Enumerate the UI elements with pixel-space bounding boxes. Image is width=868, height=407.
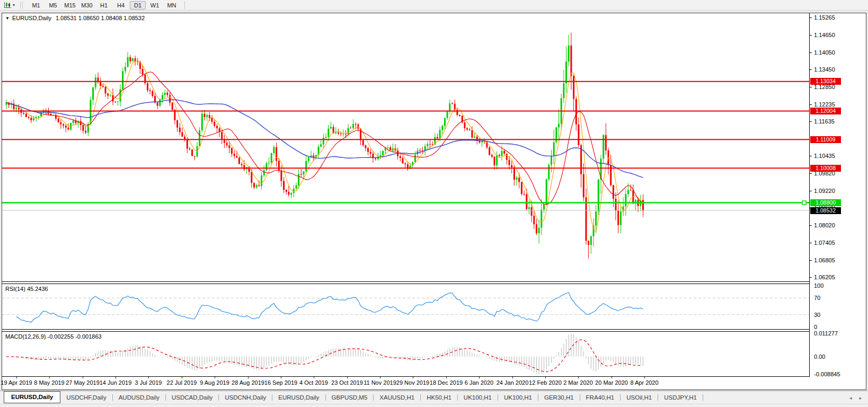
price-level-badge: 1.13034	[810, 78, 841, 85]
price-axis-label: 1.06805	[814, 257, 835, 263]
price-tick	[810, 243, 812, 243]
chart-tab-hk50-h1[interactable]: HK50,H1	[421, 391, 457, 404]
timeframe-button-h4[interactable]: H4	[113, 1, 129, 10]
price-tick	[810, 17, 812, 18]
chart-tab-usdchf-daily[interactable]: USDCHF,Daily	[60, 391, 112, 404]
price-axis-label: 1.14050	[814, 49, 835, 56]
chart-tab-uk100-h1[interactable]: UK100,H1	[498, 391, 538, 404]
date-tick	[347, 377, 348, 378]
date-tick	[545, 377, 546, 378]
tab-divider	[703, 394, 703, 401]
price-axis[interactable]: 1.152651.146501.140501.134501.128501.122…	[810, 13, 866, 377]
tabs-scroll-right-icon[interactable]: ▸	[859, 395, 862, 401]
price-tick	[810, 87, 812, 87]
date-tick	[49, 377, 50, 378]
top-toolbar: ▾ M1M5M15M30H1H4D1W1MN	[0, 0, 868, 11]
price-axis-label: 1.10435	[814, 153, 835, 159]
date-tick	[83, 377, 83, 378]
date-tick	[578, 377, 579, 378]
date-tick	[446, 377, 447, 378]
chart-tab-bar: EURUSD,DailyUSDCHF,DailyAUDUSD,DailyUSDC…	[0, 391, 868, 404]
rsi-pane-canvas[interactable]	[2, 284, 809, 329]
date-tick	[215, 377, 215, 378]
chart-ohlc-values: 1.08531 1.08650 1.08408 1.08532	[56, 15, 145, 21]
macd-axis-label: 0.011277	[814, 330, 838, 337]
price-tick	[810, 52, 812, 53]
chart-tab-gbpusd-m5[interactable]: GBPUSD,M5	[326, 391, 374, 404]
rsi-axis-label: 100	[814, 282, 823, 289]
date-tick	[16, 377, 17, 378]
timeframe-button-m5[interactable]: M5	[45, 1, 61, 10]
date-axis[interactable]: 19 Apr 20198 May 201927 May 201914 Jun 2…	[2, 377, 809, 390]
chart-tab-xauusd-h1[interactable]: XAUUSD,H1	[374, 391, 420, 404]
chart-tab-usdjpy-h1[interactable]: USDJPY,H1	[658, 391, 703, 404]
price-level-badge: 1.08532	[810, 207, 841, 214]
chart-tab-audusd-daily[interactable]: AUDUSD,Daily	[113, 391, 165, 404]
rsi-axis-label: 30	[814, 312, 820, 318]
date-tick	[248, 377, 249, 378]
price-tick	[810, 69, 812, 70]
rsi-axis-label: 0	[814, 324, 817, 330]
price-axis-label: 1.09220	[814, 188, 835, 194]
price-level-badge: 1.11009	[810, 136, 841, 143]
chart-type-button[interactable]: ▾	[2, 1, 16, 10]
chart-title: ▼ EURUSD,Daily 1.08531 1.08650 1.08408 1…	[5, 15, 145, 21]
chart-collapse-icon[interactable]: ▼	[5, 16, 10, 21]
toolbar-grip[interactable]	[20, 2, 23, 8]
chart-tab-fra40-h1[interactable]: FRA40,H1	[580, 391, 621, 404]
date-axis-label: 8 Apr 2020	[621, 379, 668, 386]
date-tick	[182, 377, 182, 378]
macd-axis-label: 0.00	[814, 353, 825, 360]
tabs-scroll-left-icon[interactable]: ◂	[849, 395, 852, 401]
price-level-badge: 1.12004	[810, 108, 841, 114]
price-axis-label: 1.15265	[814, 14, 835, 21]
date-tick	[148, 377, 149, 378]
price-level-badge: 1.08800	[810, 199, 841, 206]
price-chart-canvas[interactable]	[2, 13, 809, 281]
timeframe-button-d1[interactable]: D1	[130, 1, 146, 10]
candlestick-chart-icon	[4, 2, 12, 8]
macd-indicator-label: MACD(12,26,9) -0.002255 -0.001863	[5, 333, 102, 340]
macd-axis-label: -0.008845	[814, 371, 840, 377]
timeframe-button-m1[interactable]: M1	[28, 1, 44, 10]
chart-symbol-label: EURUSD,Daily	[12, 15, 51, 21]
date-tick	[512, 377, 513, 378]
chart-tab-usoil-h1[interactable]: USOil,H1	[621, 391, 658, 404]
window-bottom-strip	[0, 404, 868, 407]
price-tick	[810, 225, 812, 226]
price-level-badge: 1.10008	[810, 165, 841, 172]
price-tick	[810, 260, 812, 261]
date-tick	[644, 377, 645, 378]
price-tick	[810, 35, 812, 36]
price-tick	[810, 173, 812, 174]
chart-tab-usdcnh-daily[interactable]: USDCNH,Daily	[219, 391, 272, 404]
chart-tab-eurusd-daily[interactable]: EURUSD,Daily	[272, 391, 325, 404]
rsi-axis-label: 70	[814, 295, 820, 301]
chart-tab-usdcad-daily[interactable]: USDCAD,Daily	[166, 391, 218, 404]
date-tick	[380, 377, 380, 378]
timeframe-button-mn[interactable]: MN	[164, 1, 180, 10]
price-axis-label: 1.14650	[814, 32, 835, 38]
chart-tab-ger30-h1[interactable]: GER30,H1	[538, 391, 580, 404]
price-axis-label: 1.13450	[814, 66, 835, 73]
price-axis-label: 1.06205	[814, 274, 835, 280]
chart-tab-eurusd-daily[interactable]: EURUSD,Daily	[4, 391, 60, 403]
price-tick	[810, 156, 812, 156]
chart-window: ▼ EURUSD,Daily 1.08531 1.08650 1.08408 1…	[2, 13, 866, 390]
price-tick	[810, 277, 812, 278]
price-tick	[810, 104, 812, 105]
price-tick	[810, 121, 812, 122]
date-tick	[413, 377, 413, 378]
macd-pane-canvas[interactable]	[2, 332, 809, 376]
chart-tab-uk100-h1[interactable]: UK100,H1	[458, 391, 498, 404]
timeframe-button-m15[interactable]: M15	[62, 1, 78, 10]
price-axis-label: 1.08020	[814, 222, 835, 228]
timeframe-button-w1[interactable]: W1	[147, 1, 163, 10]
timeframe-button-h1[interactable]: H1	[96, 1, 112, 10]
rsi-indicator-label: RSI(14) 45.2436	[5, 286, 48, 292]
timeframe-button-m30[interactable]: M30	[79, 1, 95, 10]
date-tick	[281, 377, 281, 378]
toolbar-separator	[184, 1, 185, 9]
price-axis-label: 1.07405	[814, 240, 835, 246]
date-tick	[479, 377, 480, 378]
